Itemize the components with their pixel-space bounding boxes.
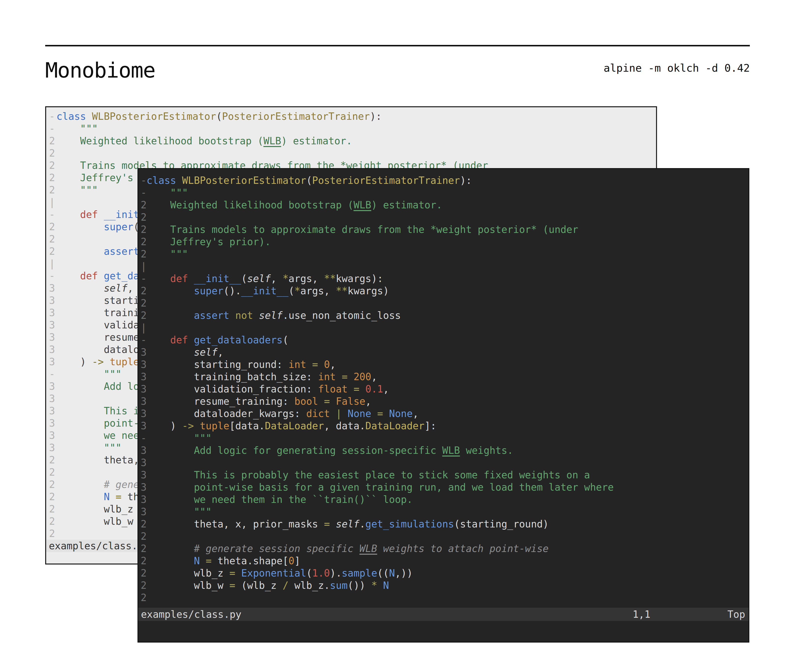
code-text: ) -> tuple[data.DataLoader, data.DataLoa… (147, 420, 436, 432)
fold-marker: 3 (141, 506, 147, 518)
fold-marker: 2 (141, 518, 147, 530)
code-line[interactable]: 3 Add logic for generating session-speci… (138, 444, 749, 456)
fold-marker: 2 (49, 221, 56, 233)
code-line[interactable]: 2 Weighted likelihood bootstrap (WLB) es… (46, 135, 656, 147)
code-text: dataloader_kwargs: dict | None = None, (147, 408, 418, 419)
fold-marker: 3 (49, 282, 56, 294)
code-text: class WLBPosteriorEstimator(PosteriorEst… (147, 175, 472, 186)
code-text: point-wise basis for a given training ru… (147, 482, 614, 493)
fold-marker: 3 (141, 407, 147, 420)
code-text: def get_dataloaders( (147, 334, 289, 346)
code-text: resume_training: bool = False, (147, 396, 371, 407)
code-line[interactable]: 3 """ (138, 506, 749, 518)
fold-marker: 3 (141, 493, 147, 506)
code-text: """ (56, 442, 122, 453)
code-line[interactable]: 2 (138, 297, 749, 309)
code-line[interactable]: 2 theta, x, prior_masks = self.get_simul… (138, 518, 749, 530)
code-line[interactable]: 2 Trains models to approximate draws fro… (138, 223, 749, 235)
code-line[interactable]: 2 N = theta.shape[0] (138, 555, 749, 567)
code-line[interactable]: 3 validation_fraction: float = 0.1, (138, 383, 749, 395)
fold-marker: 2 (141, 530, 147, 542)
code-line[interactable]: 3 we need them in the ``train()`` loop. (138, 493, 749, 506)
code-text: """ (56, 184, 98, 195)
statusline-scroll-position: Top (728, 608, 745, 621)
code-text: def __init__(self, *args, **kwargs): (147, 273, 383, 284)
fold-marker: | (49, 196, 56, 208)
header-divider (45, 45, 750, 46)
code-line[interactable]: 2 """ (138, 248, 749, 260)
fold-marker: 3 (49, 343, 56, 356)
code-line[interactable]: - def __init__(self, *args, **kwargs): (138, 272, 749, 285)
code-line[interactable]: 2 wlb_w = (wlb_z / wlb_z.sum()) * N (138, 579, 749, 592)
fold-marker: 3 (141, 456, 147, 469)
fold-marker: - (49, 110, 56, 122)
code-line[interactable]: -class WLBPosteriorEstimator(PosteriorEs… (46, 110, 656, 122)
code-text: """ (56, 123, 98, 134)
code-line[interactable]: 3 starting_round: int = 0, (138, 358, 749, 371)
editor-window-dark[interactable]: -class WLBPosteriorEstimator(PosteriorEs… (138, 168, 749, 643)
fold-marker: 3 (49, 307, 56, 319)
fold-marker: 2 (49, 159, 56, 171)
fold-marker: 3 (49, 331, 56, 343)
fold-marker: 3 (49, 319, 56, 331)
fold-marker: 2 (141, 542, 147, 555)
fold-marker: 2 (141, 223, 147, 235)
fold-marker: 3 (49, 356, 56, 368)
fold-marker: 2 (141, 235, 147, 248)
code-line[interactable]: 3 ) -> tuple[data.DataLoader, data.DataL… (138, 420, 749, 432)
code-line[interactable]: 2 (138, 592, 749, 604)
fold-marker: 2 (49, 466, 56, 478)
fold-marker: - (141, 432, 147, 444)
code-line[interactable]: 2 (138, 530, 749, 542)
code-line[interactable]: 3 resume_training: bool = False, (138, 395, 749, 407)
code-line[interactable]: 3 This is probably the easiest place to … (138, 469, 749, 481)
code-line[interactable]: 2 (46, 147, 656, 159)
code-line[interactable]: - """ (138, 432, 749, 444)
statusline-filename: examples/class.py (49, 540, 149, 552)
code-text: validation_fraction: float = 0.1, (147, 383, 389, 395)
code-line[interactable]: -class WLBPosteriorEstimator(PosteriorEs… (138, 174, 749, 187)
code-line[interactable]: 3 training_batch_size: int = 200, (138, 371, 749, 383)
fold-marker: 3 (141, 395, 147, 407)
fold-marker: 2 (49, 503, 56, 515)
fold-marker: - (49, 122, 56, 135)
statusline: examples/class.py 1,1 Top (138, 608, 749, 621)
code-line[interactable]: 3 dataloader_kwargs: dict | None = None, (138, 407, 749, 420)
code-line[interactable]: 2 super().__init__(*args, **kwargs) (138, 285, 749, 297)
code-line[interactable]: 2 # generate session specific WLB weight… (138, 542, 749, 555)
code-line[interactable]: 3 (138, 456, 749, 469)
code-text: """ (56, 368, 122, 380)
code-text: starting_round: int = 0, (147, 359, 336, 370)
fold-marker: 2 (141, 592, 147, 604)
code-line[interactable]: - """ (138, 187, 749, 199)
fold-marker: - (141, 187, 147, 199)
fold-marker: - (141, 272, 147, 285)
code-text: self, (56, 283, 133, 294)
code-line[interactable]: 3 point-wise basis for a given training … (138, 481, 749, 493)
fold-marker: 3 (141, 371, 147, 383)
fold-marker: 3 (49, 429, 56, 442)
code-line[interactable]: 2 Jeffrey's prior). (138, 235, 749, 248)
code-text: Add logic for generating session-specifi… (147, 445, 513, 456)
fold-marker: | (141, 260, 147, 272)
fold-marker: - (49, 368, 56, 380)
code-line[interactable]: 2 assert not self.use_non_atomic_loss (138, 309, 749, 322)
fold-marker: 2 (141, 555, 147, 567)
fold-marker: 2 (49, 515, 56, 528)
code-line[interactable]: 3 self, (138, 346, 749, 358)
code-text: training_batch_size: int = 200, (147, 371, 377, 382)
code-line[interactable]: | (138, 260, 749, 272)
fold-marker: 3 (141, 444, 147, 456)
code-line[interactable]: 2 wlb_z = Exponential(1.0).sample((N,)) (138, 567, 749, 579)
code-editor[interactable]: -class WLBPosteriorEstimator(PosteriorEs… (138, 174, 749, 604)
code-line[interactable]: | (138, 322, 749, 334)
code-line[interactable]: 2 Weighted likelihood bootstrap (WLB) es… (138, 199, 749, 211)
code-text: super().__init__(*args, **kwargs) (147, 285, 389, 296)
code-line[interactable]: - """ (46, 122, 656, 135)
statusline-ruler: 1,1 (633, 608, 651, 621)
code-line[interactable]: - def get_dataloaders( (138, 334, 749, 346)
code-line[interactable]: 2 (138, 211, 749, 223)
code-text: Weighted likelihood bootstrap (WLB) esti… (147, 199, 442, 211)
fold-marker: 2 (49, 135, 56, 147)
theme-command: alpine -m oklch -d 0.42 (604, 62, 750, 74)
